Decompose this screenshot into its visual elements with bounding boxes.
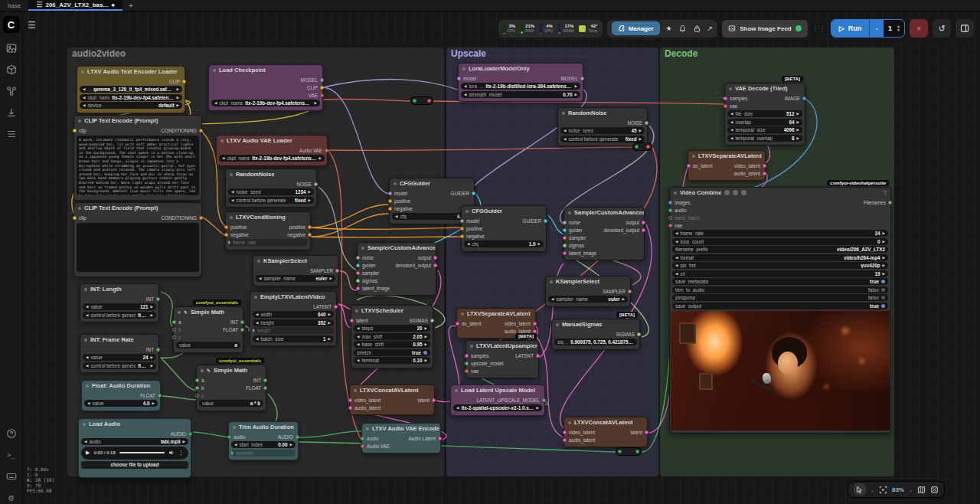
tab-active-workflow[interactable]: ☰ 206_A2V_LTX2_bas... ● [28,0,122,11]
collapse-dot-icon[interactable] [354,389,357,392]
node-title[interactable]: INT: Length [80,284,158,294]
output-output-port[interactable]: output [603,218,644,226]
input-samples-port[interactable]: samples [466,352,503,359]
widget-ckpt_name[interactable]: ◀ckpt_nameltx-2-19b-dev-fp4.safetensors▶ [211,100,320,106]
output-CONDITIONING-port[interactable]: CONDITIONING [161,126,201,134]
batch-count-input[interactable]: 1 [884,25,897,32]
widget-value[interactable]: ◀ltx-2-spatial-upscaler-x2-1.0.saf ...▶ [453,404,542,411]
collapse-dot-icon[interactable] [366,427,369,430]
node-simple-math-1[interactable]: comfyui_essentials✎Simple MathabcINTFLOA… [173,306,243,353]
collapse-dot-icon[interactable] [178,311,181,314]
input-sampler-port[interactable]: sampler [564,234,596,241]
collapse-dot-icon[interactable] [470,345,473,348]
widget-batch_size[interactable]: ◀batch_size1▶ [253,335,334,342]
player-menu-icon[interactable]: ⋮ [178,450,184,456]
input-guider-port[interactable]: guider [564,226,596,234]
widget-stretch[interactable]: stretchtrue [354,349,430,356]
input-video_latent-port[interactable]: video_latent [564,428,595,436]
output-SAMPLER-port[interactable]: SAMPLER [603,287,630,295]
node-sampler-custom-advanced-a2v[interactable]: SamplerCustomAdvancednoiseguidersamplers… [357,242,436,296]
node-random-noise-upscale[interactable]: RandomNoiseNOISE◀noise_seed45▶◀control b… [557,107,648,146]
output-SAMPLER-port[interactable]: SAMPLER [310,267,338,274]
input-audio_latent-port[interactable]: audio_latent [350,404,381,411]
pointer-tool-chevron-icon[interactable]: ⌄ [871,487,874,493]
input-av_latent-port[interactable]: av_latent [688,162,713,169]
tab-menu-icon[interactable]: ☰ [36,1,42,8]
collapse-dot-icon[interactable] [230,216,233,219]
widget-ckpt_name[interactable]: ◀ckpt_nameltx-2-19b-dev-fp4.safetensors▶ [80,94,182,101]
output-video_latent-port[interactable]: video_latent [505,319,535,327]
node-title[interactable]: Video Combine? [670,188,890,198]
widget-temporal_size[interactable]: ◀temporal_size4096▶ [727,126,802,133]
widget-terminal[interactable]: ◀terminal0.10▶ [354,357,430,364]
node-title[interactable]: Load Checkpoint [209,65,322,75]
node-manual-sigmas[interactable]: [BETA]ManualSigmasSIGMASsig ...0.909375,… [551,319,640,350]
node-title[interactable]: LTXVScheduler [351,306,433,316]
input-model-port[interactable]: model [462,217,485,224]
node-title[interactable]: CLIP Text Encode (Prompt) [74,116,201,126]
input-model-port[interactable]: model [459,74,476,82]
node-ltxv-latent-upsampler[interactable]: [BETA]LTXVLatentUpsamplersamplesupscale_… [466,340,539,378]
output-GUIDER-port[interactable]: GUIDER [523,217,547,224]
output-CLIP-port[interactable]: CLIP [301,83,322,91]
output-AUDIO-port[interactable]: AUDIO [278,433,298,440]
input-samples-port[interactable]: samples [725,94,747,102]
output-LATENT_UPSCALE_MODEL-port[interactable]: LATENT_UPSCALE_MODEL [477,396,544,404]
widget-value[interactable]: valuea [176,342,240,349]
output-INT-port[interactable]: INT [246,376,266,384]
output-FLOAT-port[interactable]: FLOAT [223,326,243,333]
reroute-node[interactable] [410,97,433,105]
input-audio-port[interactable]: audio [362,434,390,442]
widget-format[interactable]: ◀formatvideo/h264-mp4▶ [672,254,888,261]
widget-height[interactable]: ◀height352▶ [253,319,334,326]
collapse-dot-icon[interactable] [83,423,86,426]
node-ltxv-audio-vae-loader[interactable]: LTXV Audio VAE LoaderAudio VAE◀ckpt_name… [216,135,328,166]
widget-sampler_name[interactable]: ◀sampler_nameeuler▶ [548,296,628,303]
input-noise-port[interactable]: noise [358,254,390,261]
reroute-port[interactable] [413,99,416,103]
collapse-dot-icon[interactable] [233,426,236,429]
collapse-dot-icon[interactable] [254,296,257,299]
output-MODEL-port[interactable]: MODEL [301,76,322,83]
run-options-chevron-icon[interactable]: ⌄ [869,20,884,37]
node-title[interactable]: KSamplerSelect [546,277,630,286]
toggle-knob[interactable] [423,351,427,355]
node-title[interactable]: INT: Frame Rate [80,335,158,345]
output-Audio Latent-port[interactable]: Audio Latent [409,434,440,442]
input-model-port[interactable]: model [390,189,413,197]
workflows-list-icon[interactable] [5,128,18,140]
node-canvas[interactable]: audio2videoUpscaleDecodeLTXV Audio Text … [0,0,980,504]
output-FLOAT-port[interactable]: FLOAT [246,384,266,391]
comfyui-logo[interactable]: C [3,16,20,33]
run-button[interactable]: ▷Run [831,20,869,37]
collapse-dot-icon[interactable] [461,313,464,316]
node-load-latent-upscale-model[interactable]: Load Latent Upscale ModelLATENT_UPSCALE_… [450,385,545,416]
node-float-audio-duration[interactable]: Float: Audio DurationFLOAT◀value4.0▶ [81,380,161,411]
bell-icon[interactable] [678,25,687,33]
node-title[interactable]: ✎Simple Math [174,307,243,317]
input-sigmas-port[interactable]: sigmas [358,277,390,284]
widget-strength_model[interactable]: ◀strength_model0.70▶ [461,91,580,98]
input-latent_image-port[interactable]: latent_image [564,249,596,257]
input-b-port[interactable]: b [174,326,181,333]
output-FLOAT-port[interactable]: FLOAT [140,391,160,399]
toggle-knob[interactable] [881,288,885,292]
input-audio_latent-port[interactable]: audio_latent [564,436,595,443]
input-b-port[interactable]: b [197,384,204,391]
video-preview[interactable] [671,311,890,430]
reroute-port[interactable] [427,99,431,103]
zoom-level[interactable]: 83% [892,486,904,493]
tab-base[interactable]: base [0,0,28,11]
output-latent-port[interactable]: latent [418,396,434,404]
collapse-dot-icon[interactable] [692,155,695,158]
collapse-dot-icon[interactable] [466,210,469,213]
output-positive-port[interactable]: positive [287,223,310,231]
node-library-icon[interactable] [5,85,18,97]
input-sigmas-port[interactable]: sigmas [564,241,596,249]
widget-control before generate[interactable]: ◀control before generatefixed▶ [83,362,156,369]
lock-icon[interactable] [693,25,701,33]
input-clip-port[interactable]: clip [74,214,86,221]
node-title[interactable]: KSamplerSelect [253,256,338,266]
node-simple-math-2[interactable]: comfyui_essentials✎Simple MathabcINTFLOA… [196,365,266,411]
output-latent-port[interactable]: latent [631,428,647,436]
